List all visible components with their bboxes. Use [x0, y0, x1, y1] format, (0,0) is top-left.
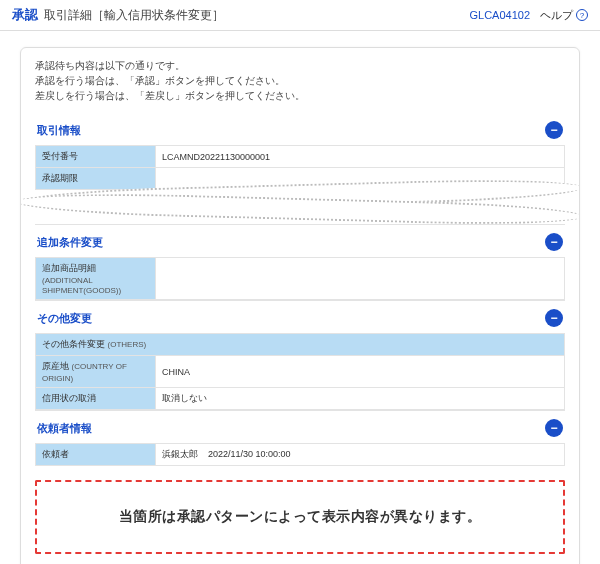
field-label: 追加商品明細 (ADDITIONAL SHIPMENT(GOODS)): [36, 258, 156, 300]
section-header-other: その他変更 −: [35, 300, 565, 333]
collapse-icon[interactable]: −: [545, 309, 563, 327]
requester-table: 依頼者 浜銀太郎 2022/11/30 10:00:00: [35, 443, 565, 466]
instruction-line: 差戻しを行う場合は、「差戻し」ボタンを押してください。: [35, 88, 565, 103]
field-label: 承認期限: [36, 168, 156, 190]
instruction-line: 承認を行う場合は、「承認」ボタンを押してください。: [35, 73, 565, 88]
page-subtitle: 取引詳細［輸入信用状条件変更］: [44, 7, 224, 24]
field-value: 浜銀太郎 2022/11/30 10:00:00: [156, 444, 565, 466]
help-icon: ?: [576, 9, 588, 21]
sub-header: その他条件変更 (OTHERS): [36, 334, 565, 356]
field-label: 依頼者: [36, 444, 156, 466]
notice-text: 当箇所は承認パターンによって表示内容が異なります。: [119, 508, 482, 524]
section-header-transaction: 取引情報 −: [35, 113, 565, 145]
table-row: 依頼者 浜銀太郎 2022/11/30 10:00:00: [36, 444, 565, 466]
main-card: 承認待ち内容は以下の通りです。 承認を行う場合は、「承認」ボタンを押してください…: [20, 47, 580, 564]
table-row: 原産地 (COUNTRY OF ORIGIN) CHINA: [36, 356, 565, 388]
requester-time: 2022/11/30 10:00:00: [208, 449, 291, 459]
help-link[interactable]: ヘルプ ?: [540, 8, 588, 23]
table-row: 追加商品明細 (ADDITIONAL SHIPMENT(GOODS)): [36, 258, 565, 300]
section-title: 取引情報: [37, 123, 81, 138]
notice-box: 当箇所は承認パターンによって表示内容が異なります。: [35, 480, 565, 554]
addcond-table: 追加商品明細 (ADDITIONAL SHIPMENT(GOODS)): [35, 257, 565, 300]
field-label: 原産地 (COUNTRY OF ORIGIN): [36, 356, 156, 388]
other-table: その他条件変更 (OTHERS) 原産地 (COUNTRY OF ORIGIN)…: [35, 333, 565, 410]
screen-code: GLCA04102: [469, 9, 530, 21]
field-value: [156, 258, 565, 300]
field-label-text: 原産地: [42, 361, 69, 371]
section-title: その他変更: [37, 311, 92, 326]
collapse-icon[interactable]: −: [545, 419, 563, 437]
field-value: LCAMND20221130000001: [156, 146, 565, 168]
collapse-icon[interactable]: −: [545, 121, 563, 139]
field-label: 信用状の取消: [36, 388, 156, 410]
instructions: 承認待ち内容は以下の通りです。 承認を行う場合は、「承認」ボタンを押してください…: [35, 58, 565, 103]
help-label: ヘルプ: [540, 8, 573, 23]
field-label-text: 追加商品明細: [42, 263, 96, 273]
table-row: 信用状の取消 取消しない: [36, 388, 565, 410]
torn-separator: [21, 190, 579, 220]
field-value: CHINA: [156, 356, 565, 388]
field-label: 受付番号: [36, 146, 156, 168]
section-title: 追加条件変更: [37, 235, 103, 250]
section-header-requester: 依頼者情報 −: [35, 410, 565, 443]
table-row: その他条件変更 (OTHERS): [36, 334, 565, 356]
requester-name: 浜銀太郎: [162, 449, 198, 459]
sub-header-text: その他条件変更: [42, 339, 105, 349]
section-title: 依頼者情報: [37, 421, 92, 436]
collapse-icon[interactable]: −: [545, 233, 563, 251]
field-label-sub: (ADDITIONAL SHIPMENT(GOODS)): [42, 276, 121, 295]
table-row: 受付番号 LCAMND20221130000001: [36, 146, 565, 168]
page-title: 承認: [12, 6, 38, 24]
page-header: 承認 取引詳細［輸入信用状条件変更］ GLCA04102 ヘルプ ?: [0, 0, 600, 31]
field-value: 取消しない: [156, 388, 565, 410]
sub-header-en: (OTHERS): [108, 340, 147, 349]
instruction-line: 承認待ち内容は以下の通りです。: [35, 58, 565, 73]
section-header-addcond: 追加条件変更 −: [35, 224, 565, 257]
